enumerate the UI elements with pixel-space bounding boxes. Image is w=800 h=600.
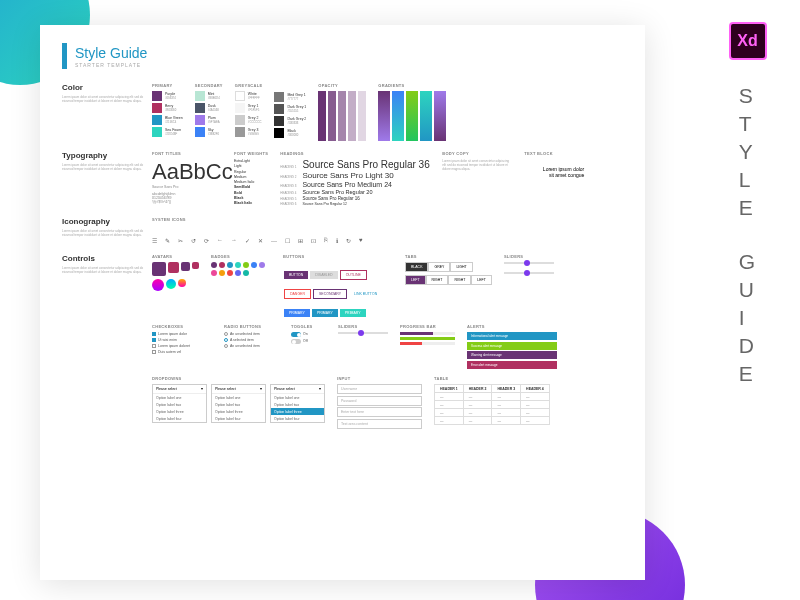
dropdown-item[interactable]: Option label four: [153, 415, 206, 422]
swatch-hex: #4A5568: [208, 108, 219, 112]
text-input[interactable]: Username: [337, 384, 422, 394]
gradient-bar: [378, 91, 390, 141]
dropdown-item[interactable]: Option label two: [212, 401, 265, 408]
dropdown-item[interactable]: Option label two: [153, 401, 206, 408]
swatch-hex: #CCCCCC: [248, 120, 262, 124]
text-input[interactable]: Password: [337, 396, 422, 406]
section-title-icons: Iconography: [62, 217, 152, 226]
section-color: Color Lorem ipsum dolor sit amet consect…: [62, 83, 623, 141]
toggle-off[interactable]: [291, 339, 301, 344]
tab[interactable]: GREY: [428, 262, 450, 272]
title-bar: Style Guide STARTER TEMPLATE: [62, 43, 623, 69]
dropdown-item[interactable]: Option label one: [212, 394, 265, 401]
swatch-hex: #B03060: [165, 108, 176, 112]
swatch-row: White#FFFFFF: [235, 91, 263, 101]
slider[interactable]: [338, 332, 388, 334]
section-desc: Lorem ipsum dolor sit amet consectetur a…: [62, 229, 152, 237]
tab[interactable]: RIGHT: [426, 275, 449, 285]
button[interactable]: DANGER: [284, 289, 311, 299]
swatch-hex: #333333: [287, 121, 306, 125]
toggle-on[interactable]: [291, 332, 301, 337]
system-icon: ✂: [178, 237, 183, 244]
badge: [211, 262, 217, 268]
sliders-head: SLIDERS: [504, 254, 554, 259]
swatch-row: Sea Foam#2DD4BF: [152, 127, 183, 137]
button[interactable]: LINK BUTTON: [349, 290, 382, 298]
progress-bar: [400, 337, 455, 340]
tab[interactable]: LEFT: [405, 275, 426, 285]
section-controls-3: DROPDOWNS Please select▾Option label one…: [62, 376, 623, 430]
dropdown-item[interactable]: Option label one: [271, 394, 324, 401]
avatar: [168, 262, 179, 273]
swatch-row: Sky#3B82F6: [195, 127, 223, 137]
opacity-head: OPACITY: [318, 83, 366, 88]
badge: [219, 262, 225, 268]
button[interactable]: PRIMARY: [340, 309, 366, 317]
badge: [211, 270, 217, 276]
table-header: HEADER 3: [492, 385, 521, 393]
gradient-bar: [406, 91, 418, 141]
opacity-bar: [358, 91, 366, 141]
dropdown[interactable]: Please select▾Option label oneOption lab…: [211, 384, 266, 423]
button[interactable]: PRIMARY: [312, 309, 338, 317]
tab[interactable]: RIGHT: [448, 275, 471, 285]
slider[interactable]: [504, 262, 554, 264]
checkbox[interactable]: [152, 338, 156, 342]
dropdown-item[interactable]: Option label one: [153, 394, 206, 401]
system-icon: ♥: [359, 237, 363, 244]
gradient-bar: [420, 91, 432, 141]
checkbox[interactable]: [152, 350, 156, 354]
slider[interactable]: [504, 272, 554, 274]
dropdown-item[interactable]: Option label two: [271, 401, 324, 408]
tab[interactable]: BLACK: [405, 262, 428, 272]
button[interactable]: OUTLINE: [340, 270, 367, 280]
checkbox[interactable]: [152, 332, 156, 336]
radio[interactable]: [224, 344, 228, 348]
checkbox[interactable]: [152, 344, 156, 348]
button[interactable]: PRIMARY: [284, 309, 310, 317]
opacity-bar: [348, 91, 356, 141]
button[interactable]: BUTTON: [284, 271, 308, 279]
tab[interactable]: LIGHT: [450, 262, 472, 272]
table-cell: —: [463, 401, 492, 409]
dropdown-item[interactable]: Option label three: [271, 408, 324, 415]
swatch-hex: #2DD4BF: [165, 132, 181, 136]
swatch-row: Plum#9F7AEA: [195, 115, 223, 125]
text-input[interactable]: Enter text here: [337, 407, 422, 417]
tab[interactable]: LEFT: [471, 275, 492, 285]
text-block: Lorem ipsum dolor sit amet congue: [524, 166, 584, 178]
table-head: TABLE: [434, 376, 550, 381]
font-name: Source Sans Pro: [152, 185, 222, 189]
heading-label: HEADING 6: [280, 202, 296, 206]
swatch-group-head: SECONDARY: [195, 83, 223, 88]
dropdown[interactable]: Please select▾Option label oneOption lab…: [152, 384, 207, 423]
progress-bar: [400, 342, 455, 345]
system-icon: ☰: [152, 237, 157, 244]
radio[interactable]: [224, 332, 228, 336]
table-cell: —: [521, 393, 550, 401]
dropdown-item[interactable]: Option label four: [271, 415, 324, 422]
color-swatch: [195, 115, 205, 125]
text-input[interactable]: Text area content: [337, 419, 422, 429]
opacity-bar: [338, 91, 346, 141]
radio[interactable]: [224, 338, 228, 342]
table-cell: —: [492, 417, 521, 425]
swatch-hex: #3B82F6: [208, 132, 219, 136]
dropdown-item[interactable]: Option label three: [212, 408, 265, 415]
dropdown-item[interactable]: Option label three: [153, 408, 206, 415]
heading-label: HEADING 3: [280, 184, 296, 188]
section-title-color: Color: [62, 83, 152, 92]
dropdown-item[interactable]: Option label four: [212, 415, 265, 422]
button[interactable]: SECONDARY: [313, 289, 347, 299]
dropdown[interactable]: Please select▾Option label oneOption lab…: [270, 384, 325, 423]
swatch-hex: #000000: [287, 133, 298, 137]
color-swatch: [235, 127, 245, 137]
chevron-down-icon: ▾: [260, 387, 262, 391]
swatch-row: Grey 2#CCCCCC: [235, 115, 263, 125]
swatch-hex: #FFFFFF: [248, 96, 260, 100]
button[interactable]: DISABLED: [310, 271, 337, 279]
system-icon: ☐: [285, 237, 290, 244]
swatch-row: Blue Green#2196C4: [152, 115, 183, 125]
alert: Informational alert message: [467, 332, 557, 340]
table-header: HEADER 2: [463, 385, 492, 393]
